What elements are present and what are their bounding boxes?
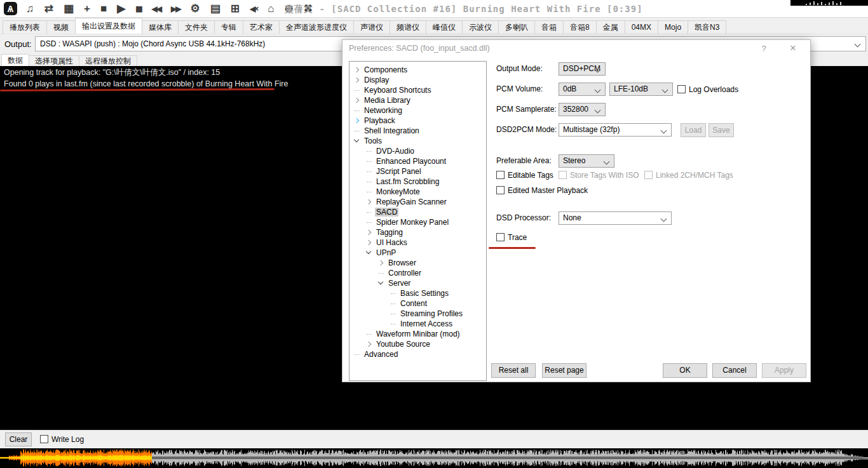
tab-8[interactable]: 全声道波形进度仪: [279, 20, 354, 34]
music-note-icon[interactable]: ♫: [26, 1, 34, 17]
reset-all-button[interactable]: Reset all: [491, 363, 536, 378]
layout-grid-icon[interactable]: ⊞: [231, 1, 240, 17]
chevron-right-icon[interactable]: [366, 240, 371, 245]
chevron-right-icon[interactable]: [354, 98, 359, 103]
tree-item-streaming-profiles[interactable]: Streaming Profiles: [349, 309, 486, 319]
output-mode-select[interactable]: DSD+PCM: [559, 62, 606, 76]
edited-master-checkbox[interactable]: [496, 186, 505, 194]
tree-item-ui-hacks[interactable]: UI Hacks: [349, 237, 486, 248]
tree-item-display[interactable]: Display: [349, 75, 486, 85]
tree-item-server[interactable]: Server: [349, 278, 486, 288]
console-tab-3[interactable]: 远程播放控制: [79, 55, 137, 66]
home-icon[interactable]: ⌂: [268, 1, 274, 17]
tab-16[interactable]: 金属: [596, 20, 625, 34]
write-log-checkbox[interactable]: [40, 435, 48, 443]
preferable-area-select[interactable]: Stereo: [559, 154, 614, 168]
stop-icon[interactable]: ■: [100, 1, 107, 17]
pcm-volume-select[interactable]: 0dB: [559, 83, 606, 96]
tab-6[interactable]: 专辑: [214, 20, 243, 34]
tab-5[interactable]: 文件夹: [178, 20, 215, 34]
editable-tags-option[interactable]: Editable Tags: [496, 171, 553, 180]
tree-item-enhanced-playcount[interactable]: Enhanced Playcount: [349, 156, 486, 166]
chevron-right-icon[interactable]: [366, 230, 371, 235]
tab-7[interactable]: 艺术家: [243, 20, 280, 34]
chevron-right-icon[interactable]: [378, 260, 383, 265]
save-playlist-icon[interactable]: ▦: [64, 1, 74, 17]
mute-speaker-icon[interactable]: ◀×: [250, 1, 257, 17]
play-icon[interactable]: ▶: [117, 1, 125, 17]
reset-page-button[interactable]: Reset page: [542, 363, 587, 378]
settings-gear-icon[interactable]: ⚙: [191, 1, 200, 17]
tree-item-keyboard-shortcuts[interactable]: Keyboard Shortcuts: [349, 85, 486, 95]
pcm-samplerate-select[interactable]: 352800: [559, 103, 606, 116]
tree-item-tagging[interactable]: Tagging: [349, 227, 486, 237]
tree-item-replaygain-scanner[interactable]: ReplayGain Scanner: [349, 197, 486, 207]
dsd2pcm-mode-select[interactable]: Multistage (32fp): [559, 123, 672, 137]
tab-11[interactable]: 峰值仪: [426, 20, 463, 34]
pause-icon[interactable]: ▮▮: [135, 1, 141, 17]
tab-12[interactable]: 示波仪: [462, 20, 499, 34]
fast-forward-icon[interactable]: ▶▶: [171, 1, 180, 17]
tab-2[interactable]: 视频: [46, 20, 76, 34]
tree-item-jscript-panel[interactable]: JScript Panel: [349, 166, 486, 177]
load-button[interactable]: Load: [681, 123, 706, 137]
add-icon[interactable]: +: [84, 1, 90, 17]
waveform-seekbar[interactable]: [0, 448, 868, 468]
save-button[interactable]: Save: [709, 123, 734, 137]
tree-item-shell-integration[interactable]: Shell Integration: [349, 126, 486, 136]
apply-button[interactable]: Apply: [762, 363, 806, 378]
chevron-right-icon[interactable]: [354, 67, 359, 72]
trace-checkbox[interactable]: [496, 233, 505, 241]
tab-3[interactable]: 输出设置及数据: [75, 18, 142, 34]
tab-15[interactable]: 音箱8: [563, 20, 597, 34]
editable-tags-checkbox[interactable]: [496, 171, 505, 179]
chevron-down-icon[interactable]: [366, 249, 371, 254]
chevron-right-icon[interactable]: [354, 77, 359, 83]
help-button[interactable]: ?: [754, 40, 773, 57]
rewind-icon[interactable]: ◀◀: [152, 1, 161, 17]
tab-1[interactable]: 播放列表: [3, 20, 47, 34]
tab-13[interactable]: 多喇叭: [498, 20, 535, 34]
lfe-volume-select[interactable]: LFE-10dB: [609, 83, 673, 96]
console-tab-1[interactable]: 数据: [1, 54, 29, 66]
dsd-processor-select[interactable]: None: [559, 211, 672, 225]
ok-button[interactable]: OK: [663, 363, 707, 378]
trace-option[interactable]: Trace: [496, 233, 527, 242]
tree-item-upnp[interactable]: UPnP: [349, 248, 486, 258]
tree-item-tools[interactable]: Tools: [349, 136, 486, 146]
tab-18[interactable]: Mojo: [658, 20, 688, 34]
log-overloads-option[interactable]: Log Overloads: [677, 85, 738, 94]
tree-item-media-library[interactable]: Media Library: [349, 95, 486, 105]
chevron-down-icon[interactable]: [354, 137, 359, 142]
chevron-right-icon[interactable]: [366, 199, 371, 204]
tree-item-last-fm-scrobbling[interactable]: Last.fm Scrobbling: [349, 177, 486, 187]
tree-item-spider-monkey-panel[interactable]: Spider Monkey Panel: [349, 217, 486, 227]
tree-item-monkeymote[interactable]: MonkeyMote: [349, 187, 486, 197]
chevron-down-icon[interactable]: [378, 279, 383, 284]
tree-item-dvd-audio[interactable]: DVD-Audio: [349, 146, 486, 156]
tree-item-networking[interactable]: Networking: [349, 105, 486, 116]
foobar-logo[interactable]: Ѧ: [4, 2, 17, 15]
tree-item-components[interactable]: Components: [349, 65, 486, 75]
waveform-canvas[interactable]: [0, 448, 868, 468]
tab-19[interactable]: 凯音N3: [688, 20, 726, 34]
tree-item-waveform-minibar-mod-[interactable]: Waveform Minibar (mod): [349, 329, 486, 339]
tab-14[interactable]: 音箱: [534, 20, 564, 34]
tab-4[interactable]: 媒体库: [142, 20, 179, 34]
chevron-right-icon[interactable]: [366, 342, 371, 347]
edited-master-option[interactable]: Edited Master Playback: [496, 186, 588, 195]
tab-10[interactable]: 频谱仪: [390, 20, 426, 34]
cancel-button[interactable]: Cancel: [712, 363, 757, 378]
close-icon[interactable]: ×: [782, 40, 804, 57]
tree-item-basic-settings[interactable]: Basic Settings: [349, 288, 486, 298]
tab-17[interactable]: 04MX: [625, 20, 658, 34]
shuffle-icon[interactable]: ⇄: [44, 1, 53, 17]
tree-item-controller[interactable]: Controller: [349, 268, 486, 278]
write-log-option[interactable]: Write Log: [40, 435, 84, 444]
tree-item-browser[interactable]: Browser: [349, 258, 486, 268]
folder-icon[interactable]: ▤: [210, 1, 220, 17]
tree-item-advanced[interactable]: Advanced: [349, 349, 486, 359]
console-tab-2[interactable]: 选择项属性: [29, 55, 79, 66]
log-overloads-checkbox[interactable]: [677, 85, 686, 93]
tab-9[interactable]: 声谱仪: [353, 20, 390, 34]
